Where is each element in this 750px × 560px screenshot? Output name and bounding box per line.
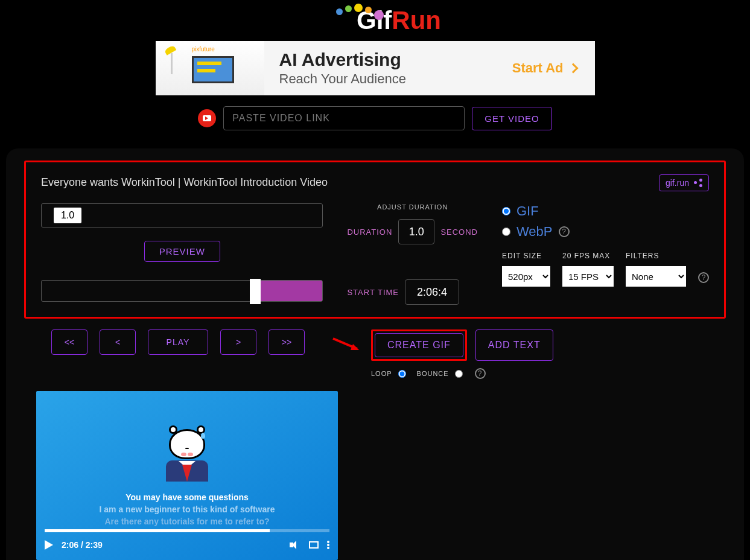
filters-label: FILTERS [626,252,686,260]
format-webp-radio[interactable] [502,228,510,236]
ad-banner[interactable]: pixfuture AI Advertising Reach Your Audi… [156,41,595,95]
youtube-icon [198,109,216,127]
caption-line-2: I am a new beginner to this kind of soft… [36,504,338,514]
video-play-icon[interactable] [45,540,53,550]
ad-start-button[interactable]: Start Ad [512,60,595,76]
filters-select[interactable]: None [626,266,686,287]
menu-icon[interactable] [327,541,329,549]
create-gif-button[interactable]: CREATE GIF [375,333,463,357]
start-time-input[interactable] [405,279,459,305]
format-gif-label: GIF [516,203,539,219]
format-gif-radio[interactable] [502,207,510,215]
edit-size-select[interactable]: 520px [502,266,550,287]
editor-panel: Everyone wants WorkinTool | WorkinTool I… [6,148,744,560]
ad-image: pixfuture [156,41,264,95]
rewind-fast-button[interactable]: << [51,329,87,355]
rewind-button[interactable]: < [100,329,136,355]
video-title: Everyone wants WorkinTool | WorkinTool I… [41,174,328,191]
fps-label: 20 FPS MAX [562,252,614,260]
fps-select[interactable]: 15 FPS [562,266,614,287]
volume-icon[interactable] [290,539,300,550]
edit-size-label: EDIT SIZE [502,252,550,260]
chevron-right-icon [568,63,578,74]
format-webp-label: WebP [516,224,553,240]
video-link-input[interactable] [223,106,465,130]
fullscreen-icon[interactable] [309,541,319,549]
video-player[interactable]: You may have some questions I am a new b… [36,391,338,560]
share-button[interactable]: gif.run [659,174,709,191]
duration-input[interactable] [398,219,434,244]
add-text-button[interactable]: ADD TEXT [475,329,553,361]
duration-bar[interactable]: 1.0 [41,203,323,228]
loop-label: LOOP [371,370,392,377]
duration-bar-value: 1.0 [54,208,81,223]
slider-thumb[interactable] [250,279,261,304]
bounce-label: BOUNCE [417,370,449,377]
forward-button[interactable]: > [220,329,256,355]
ad-headline: AI Advertising [279,49,512,70]
video-time: 2:06 / 2:39 [62,540,103,550]
start-time-label: START TIME [347,288,399,297]
get-video-button[interactable]: GET VIDEO [472,107,551,130]
logo-run: Run [392,6,441,34]
video-character [163,424,211,482]
svg-marker-1 [351,344,359,350]
help-icon[interactable]: ? [559,226,570,237]
bounce-radio[interactable] [455,370,463,378]
logo-dots [336,8,384,18]
slider-fill [261,281,322,301]
play-button[interactable]: PLAY [148,329,208,355]
help-icon[interactable]: ? [475,368,486,379]
highlighted-settings: Everyone wants WorkinTool | WorkinTool I… [24,161,726,319]
create-gif-highlight: CREATE GIF [371,329,467,361]
preview-button[interactable]: PREVIEW [144,241,220,262]
logo[interactable]: GifRun [309,6,441,35]
forward-fast-button[interactable]: >> [269,329,305,355]
ad-pixfuture-label: pixfuture [192,46,215,52]
caption-line-1: You may have some questions [36,492,338,502]
adjust-duration-label: ADJUST DURATION [347,203,478,211]
loop-radio[interactable] [398,370,406,378]
share-icon [694,179,702,187]
ad-subtitle: Reach Your Audience [279,71,512,87]
help-icon[interactable]: ? [698,272,709,283]
second-label: SECOND [440,228,478,237]
arrow-annotation [330,336,366,354]
duration-label: DURATION [347,228,392,237]
timeline-slider[interactable] [41,280,323,302]
caption-line-3: Are there any tutorials for me to refer … [36,517,338,526]
